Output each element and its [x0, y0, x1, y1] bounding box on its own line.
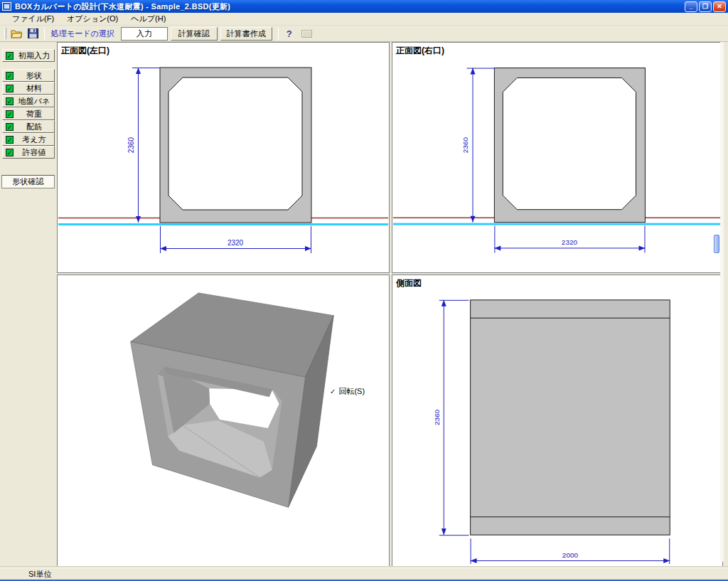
checked-icon: ✓: [6, 85, 14, 92]
sidebar-item-label: 初期入力: [16, 50, 53, 61]
dim-width-label: 2320: [562, 238, 578, 246]
sidebar-item-shape[interactable]: ✓ 形状: [2, 69, 55, 82]
sidebar-item-initial-input[interactable]: ✓ 初期入力: [2, 49, 55, 62]
rotate-label: 回転(S): [338, 386, 365, 397]
toolbar-separator: [44, 28, 45, 40]
sidebar-item-ground-spring[interactable]: ✓ 地盤バネ: [2, 95, 55, 107]
app-window: BOXカルバートの設計(下水道耐震) - Sample_2.BSD(更新) _ …: [0, 0, 728, 581]
water-line: [393, 223, 722, 225]
restore-button[interactable]: ❐: [699, 1, 712, 12]
sidebar-group: ✓ 形状 ✓ 材料 ✓ 地盤バネ ✓ 荷重 ✓ 配筋: [0, 69, 55, 159]
checked-icon: ✓: [6, 123, 14, 131]
checked-icon: ✓: [6, 149, 14, 156]
water-line: [58, 223, 388, 225]
close-button[interactable]: ✕: [713, 1, 726, 12]
toolbar: 処理モードの選択 入力 計算確認 計算書作成 ?: [0, 26, 728, 42]
open-folder-icon: [11, 28, 23, 38]
checkmark-icon: ✓: [330, 388, 336, 395]
menu-options[interactable]: オプション(O): [60, 13, 124, 26]
panel-title: 正面図(左口): [61, 45, 109, 57]
vertical-scrollbar-thumb[interactable]: [714, 235, 719, 253]
menu-file[interactable]: ファイル(F): [6, 13, 60, 26]
unit-status-text: SI単位: [28, 570, 51, 578]
sidebar-item-approach[interactable]: ✓ 考え方: [2, 133, 55, 146]
help-button[interactable]: ?: [282, 26, 297, 41]
dim-height-label: 2360: [461, 137, 469, 154]
dim-width-label: 2320: [228, 239, 244, 247]
panel-title: 正面図(右口): [396, 45, 444, 57]
vertical-scrollbar-track[interactable]: [720, 42, 724, 562]
open-file-button[interactable]: [9, 26, 25, 41]
panel-title: 側面図: [396, 277, 422, 289]
checked-icon: ✓: [6, 97, 14, 105]
panel-front-view-right: 正面図(右口) 2360: [392, 42, 723, 273]
checked-icon: ✓: [6, 110, 14, 118]
culvert-side-body: [471, 300, 670, 535]
culvert-3d-drawing[interactable]: [58, 275, 389, 566]
dim-height-label: 2360: [433, 409, 441, 425]
floppy-disk-icon: [28, 28, 38, 38]
culvert-opening: [168, 78, 302, 210]
save-button[interactable]: [25, 26, 41, 41]
mode-select-label: 処理モードの選択: [48, 28, 121, 39]
menu-bar: ファイル(F) オプション(O) ヘルプ(H): [0, 13, 728, 26]
menu-help[interactable]: ヘルプ(H): [124, 13, 172, 26]
checked-icon: ✓: [6, 52, 14, 60]
mode-input-button[interactable]: 入力: [121, 27, 168, 41]
sidebar-item-allowable-values[interactable]: ✓ 許容値: [2, 146, 55, 159]
titlebar: BOXカルバートの設計(下水道耐震) - Sample_2.BSD(更新) _ …: [0, 0, 728, 13]
checked-icon: ✓: [6, 136, 14, 144]
sidebar-item-load[interactable]: ✓ 荷重: [2, 107, 55, 120]
mode-report-button[interactable]: 計算書作成: [220, 27, 272, 41]
side-view-drawing: 2360 2000: [392, 275, 722, 566]
app-icon: [2, 2, 11, 11]
minimize-button[interactable]: _: [685, 1, 697, 12]
main-area: ✓ 初期入力 ✓ 形状 ✓ 材料 ✓ 地盤バネ ✓ 荷重: [0, 42, 728, 567]
dim-height-label: 2360: [127, 137, 135, 153]
front-view-right-drawing: 2360 2320: [392, 43, 722, 272]
sidebar-item-reinforcement[interactable]: ✓ 配筋: [2, 120, 55, 133]
panel-3d-view: ✓ 回転(S): [57, 274, 390, 567]
sidebar: ✓ 初期入力 ✓ 形状 ✓ 材料 ✓ 地盤バネ ✓ 荷重: [0, 42, 56, 567]
front-view-left-drawing: 2360 2320: [58, 43, 389, 272]
culvert-opening: [503, 78, 636, 209]
status-bar: SI単位: [0, 567, 728, 580]
toolbar-separator-2: [278, 28, 279, 40]
mode-calc-check-button[interactable]: 計算確認: [171, 27, 218, 41]
dim-width-label: 2000: [562, 551, 579, 559]
checked-icon: ✓: [6, 72, 14, 80]
tab-shape-confirmation[interactable]: 形状確認: [1, 175, 55, 188]
window-title: BOXカルバートの設計(下水道耐震) - Sample_2.BSD(更新): [15, 1, 683, 12]
rotate-checkbox[interactable]: ✓ 回転(S): [330, 386, 365, 397]
panel-side-view: 側面図 2360: [392, 274, 723, 567]
panel-front-view-left: 正面図(左口) 2360: [57, 42, 390, 273]
sidebar-item-material[interactable]: ✓ 材料: [2, 82, 55, 95]
tip-icon-disabled: [301, 30, 312, 38]
toolbar-grip: [4, 28, 6, 39]
